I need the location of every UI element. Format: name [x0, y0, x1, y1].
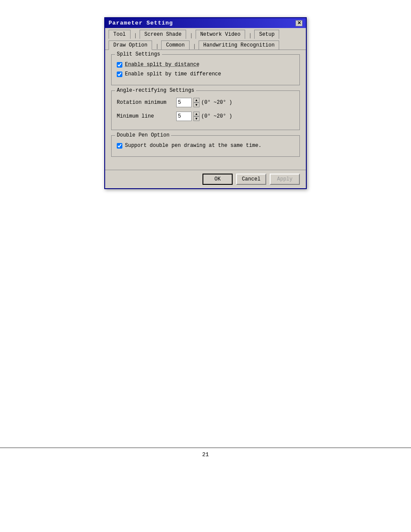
angle-settings-title: Angle-rectifying Settings [115, 87, 196, 93]
page-wrapper: Parameter Setting ✕ Tool | Screen Shade … [0, 17, 411, 458]
apply-button[interactable]: Apply [270, 174, 300, 185]
button-bar: OK Cancel Apply [105, 170, 306, 188]
rotation-range: (0° ~20° ) [201, 100, 232, 106]
tab-setup[interactable]: Setup [254, 30, 279, 39]
ok-button[interactable]: OK [202, 174, 233, 185]
split-settings-content: Enable split by distance Enable split by… [117, 62, 294, 77]
enable-split-time-label: Enable split by time difference [125, 71, 221, 77]
cancel-button[interactable]: Cancel [236, 174, 266, 185]
angle-settings-content: Rotation minimum 5 ▲ ▼ (0° ~20° ) Minimu… [117, 98, 294, 121]
minimum-line-range: (0° ~20° ) [201, 113, 232, 119]
rotation-spinner: 5 ▲ ▼ (0° ~20° ) [176, 98, 232, 107]
tabs-row1-wrapper: Tool | Screen Shade | Network Video | Se… [105, 28, 306, 39]
title-bar: Parameter Setting ✕ [105, 18, 306, 28]
split-settings-title: Split Settings [115, 51, 162, 57]
split-settings-group: Split Settings Enable split by distance … [111, 54, 300, 85]
page-footer: 21 [0, 448, 411, 458]
double-pen-checkbox-row: Support double pen drawing at the same t… [117, 143, 294, 149]
enable-split-time-checkbox[interactable] [117, 72, 122, 77]
tabs-row2: Draw Option | Common | Handwriting Recog… [109, 40, 302, 50]
tabs-row1: Tool | Screen Shade | Network Video | Se… [109, 30, 302, 39]
double-pen-content: Support double pen drawing at the same t… [117, 143, 294, 149]
tab-handwriting-recognition[interactable]: Handwriting Recognition [199, 40, 280, 50]
double-pen-label: Support double pen drawing at the same t… [125, 143, 262, 149]
rotation-minimum-input[interactable]: 5 [176, 98, 192, 107]
tabs-row2-wrapper: Draw Option | Common | Handwriting Recog… [105, 39, 306, 50]
tab-draw-option[interactable]: Draw Option [109, 40, 152, 50]
page-number: 21 [202, 451, 209, 458]
enable-split-distance-label: Enable split by distance [125, 62, 199, 68]
minimum-line-down-button[interactable]: ▼ [193, 116, 199, 121]
minimum-line-row: Minimum line 5 ▲ ▼ (0° ~20° ) [117, 112, 294, 121]
close-button[interactable]: ✕ [296, 20, 302, 26]
minimum-line-label: Minimum line [117, 113, 173, 119]
rotation-minimum-row: Rotation minimum 5 ▲ ▼ (0° ~20° ) [117, 98, 294, 107]
tab-network-video[interactable]: Network Video [196, 30, 246, 39]
dialog-window: Parameter Setting ✕ Tool | Screen Shade … [104, 17, 307, 189]
minimum-line-up-button[interactable]: ▲ [193, 112, 199, 116]
minimum-line-input[interactable]: 5 [176, 112, 192, 121]
rotation-minimum-label: Rotation minimum [117, 100, 173, 106]
dialog-content: Split Settings Enable split by distance … [105, 50, 306, 170]
rotation-up-button[interactable]: ▲ [193, 98, 199, 103]
enable-split-time-row: Enable split by time difference [117, 71, 294, 77]
double-pen-checkbox[interactable] [117, 143, 122, 149]
rotation-spinner-buttons: ▲ ▼ [193, 98, 199, 107]
enable-split-distance-checkbox[interactable] [117, 62, 122, 68]
double-pen-group: Double Pen Option Support double pen dra… [111, 135, 300, 157]
minimum-line-spinner-buttons: ▲ ▼ [193, 112, 199, 121]
minimum-line-spinner: 5 ▲ ▼ (0° ~20° ) [176, 112, 232, 121]
tab-tool[interactable]: Tool [109, 30, 131, 39]
dialog-title: Parameter Setting [109, 20, 173, 26]
tab-screen-shade[interactable]: Screen Shade [140, 30, 186, 39]
enable-split-distance-row: Enable split by distance [117, 62, 294, 68]
double-pen-title: Double Pen Option [115, 132, 171, 138]
tab-common[interactable]: Common [161, 40, 189, 50]
rotation-down-button[interactable]: ▼ [193, 103, 199, 107]
angle-settings-group: Angle-rectifying Settings Rotation minim… [111, 90, 300, 130]
